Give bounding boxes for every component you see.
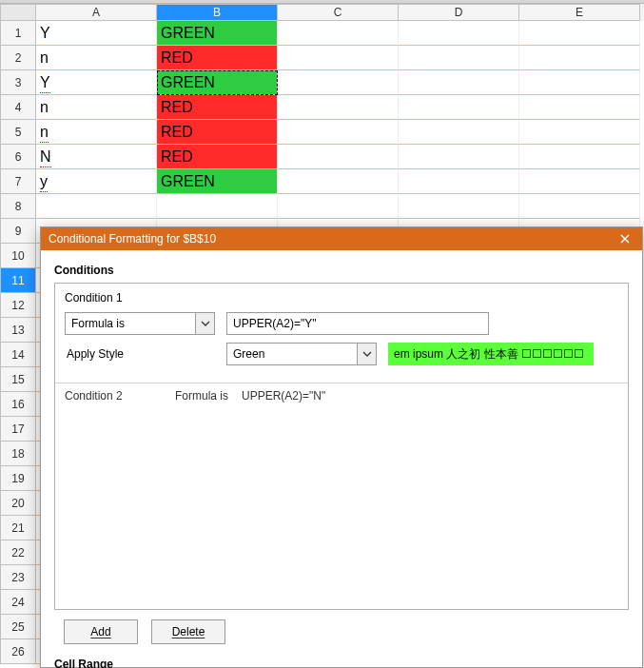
row: 3YGREEN: [0, 70, 644, 95]
row-header[interactable]: 18: [0, 442, 36, 466]
row-header[interactable]: 13: [0, 318, 36, 343]
row-header[interactable]: 1: [0, 21, 36, 46]
row-header[interactable]: 21: [0, 516, 36, 540]
cell-B2[interactable]: RED: [157, 46, 278, 70]
cell-B8[interactable]: [157, 194, 278, 219]
chevron-down-icon: [357, 344, 376, 364]
row-header[interactable]: 17: [0, 417, 36, 442]
cell-A1[interactable]: Y: [36, 21, 157, 46]
cell-C6[interactable]: [278, 145, 399, 169]
row: 7yGREEN: [0, 169, 644, 194]
cell-A3[interactable]: Y: [36, 70, 157, 95]
cell-D2[interactable]: [399, 46, 519, 70]
row-header[interactable]: 15: [0, 367, 36, 392]
row-header[interactable]: 5: [0, 120, 36, 145]
condition-1-heading: Condition 1: [65, 291, 618, 305]
row: 2nRED: [0, 46, 644, 70]
cell-E3[interactable]: [519, 70, 640, 95]
dialog-button-row: Add Delete: [41, 610, 642, 644]
row-header[interactable]: 7: [0, 169, 36, 194]
cell-B6[interactable]: RED: [157, 145, 278, 169]
cell-B5[interactable]: RED: [157, 120, 278, 145]
row: 8: [0, 194, 644, 219]
apply-style-value: Green: [233, 347, 264, 361]
close-icon[interactable]: [615, 229, 634, 248]
cell-A5[interactable]: n: [36, 120, 157, 145]
condition-type-value: Formula is: [71, 317, 125, 330]
cell-A6[interactable]: N: [36, 145, 157, 169]
row-header[interactable]: 23: [0, 565, 36, 590]
cell-C5[interactable]: [278, 120, 399, 145]
cell-C1[interactable]: [278, 21, 399, 46]
delete-button[interactable]: Delete: [151, 619, 225, 644]
condition-formula-input[interactable]: [226, 312, 489, 335]
cell-B3[interactable]: GREEN: [157, 70, 278, 95]
row-header[interactable]: 20: [0, 491, 36, 516]
cell-C2[interactable]: [278, 46, 399, 70]
chevron-down-icon: [195, 313, 214, 334]
row-header[interactable]: 4: [0, 95, 36, 120]
cell-C7[interactable]: [278, 169, 399, 194]
row-header[interactable]: 8: [0, 194, 36, 219]
cell-A8[interactable]: [36, 194, 157, 219]
cell-B4[interactable]: RED: [157, 95, 278, 120]
row-header[interactable]: 12: [0, 293, 36, 318]
row-header[interactable]: 3: [0, 70, 36, 95]
cell-C3[interactable]: [278, 70, 399, 95]
cell-A2[interactable]: n: [36, 46, 157, 70]
condition-2-heading: Condition 2: [65, 389, 175, 403]
column-header-D[interactable]: D: [399, 4, 519, 21]
conditions-section-label: Conditions: [41, 250, 642, 283]
cell-A7[interactable]: y: [36, 169, 157, 194]
cell-B1[interactable]: GREEN: [157, 21, 278, 46]
cell-D7[interactable]: [399, 169, 519, 194]
cell-D4[interactable]: [399, 95, 519, 120]
row-header[interactable]: 9: [0, 219, 36, 244]
row-header[interactable]: 16: [0, 392, 36, 417]
cell-E2[interactable]: [519, 46, 640, 70]
cell-D8[interactable]: [399, 194, 519, 219]
column-header-E[interactable]: E: [519, 4, 640, 21]
cell-D6[interactable]: [399, 145, 519, 169]
dialog-titlebar[interactable]: Conditional Formatting for $B$10: [41, 227, 642, 250]
apply-style-dropdown[interactable]: Green: [226, 343, 377, 365]
cell-C4[interactable]: [278, 95, 399, 120]
cell-C8[interactable]: [278, 194, 399, 219]
row-header[interactable]: 19: [0, 466, 36, 491]
row-header[interactable]: 11: [0, 268, 36, 293]
add-button[interactable]: Add: [64, 619, 138, 644]
style-preview: em ipsum 人之初 性本善 ☐☐☐☐☐☐: [388, 343, 594, 365]
row-header[interactable]: 24: [0, 590, 36, 615]
row: 6NRED: [0, 145, 644, 169]
cell-B7[interactable]: GREEN: [157, 169, 278, 194]
cell-E1[interactable]: [519, 21, 640, 46]
row-header[interactable]: 14: [0, 343, 36, 367]
condition-2-type: Formula is: [175, 389, 242, 403]
condition-2[interactable]: Condition 2 Formula is UPPER(A2)="N": [55, 383, 628, 408]
select-all-corner[interactable]: [0, 4, 36, 21]
conditions-list: Condition 1 Formula is Apply Style Green: [54, 283, 629, 610]
column-header-A[interactable]: A: [36, 4, 157, 21]
cell-D5[interactable]: [399, 120, 519, 145]
cell-A4[interactable]: n: [36, 95, 157, 120]
cell-E6[interactable]: [519, 145, 640, 169]
condition-1[interactable]: Condition 1 Formula is Apply Style Green: [55, 284, 628, 383]
row-header[interactable]: 10: [0, 244, 36, 268]
column-header-C[interactable]: C: [278, 4, 399, 21]
row-header[interactable]: 26: [0, 639, 36, 664]
row-header[interactable]: 25: [0, 615, 36, 639]
cell-E8[interactable]: [519, 194, 640, 219]
cell-D1[interactable]: [399, 21, 519, 46]
cell-E7[interactable]: [519, 169, 640, 194]
row-header[interactable]: 22: [0, 540, 36, 565]
cell-E4[interactable]: [519, 95, 640, 120]
row-header[interactable]: 2: [0, 46, 36, 70]
row-header[interactable]: 6: [0, 145, 36, 169]
row: 4nRED: [0, 95, 644, 120]
row: 1YGREEN: [0, 21, 644, 46]
cell-D3[interactable]: [399, 70, 519, 95]
apply-style-label: Apply Style: [65, 347, 215, 361]
condition-type-dropdown[interactable]: Formula is: [65, 312, 215, 335]
column-header-B[interactable]: B: [157, 4, 278, 21]
cell-E5[interactable]: [519, 120, 640, 145]
